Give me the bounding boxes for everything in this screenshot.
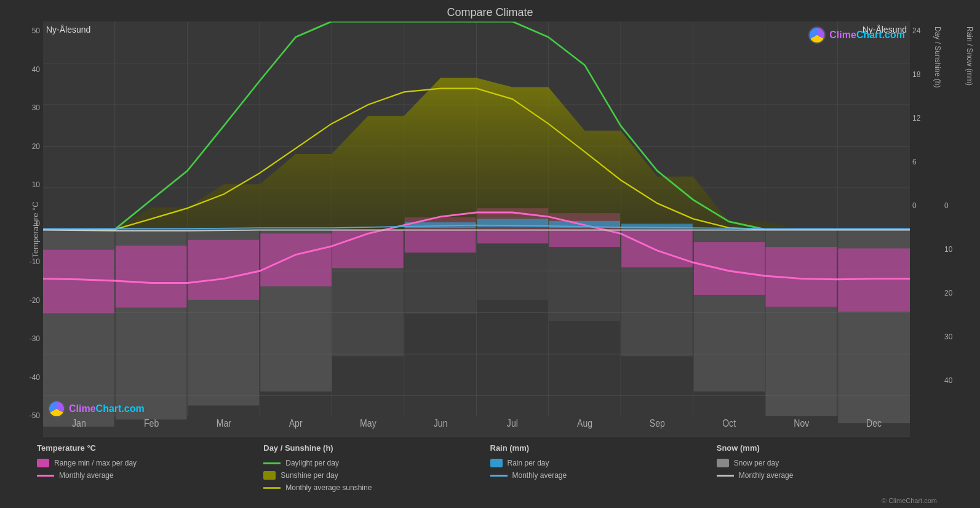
svg-rect-39: [332, 230, 404, 268]
rain-tick-10: 10: [942, 245, 965, 254]
svg-text:Sep: Sep: [650, 417, 665, 429]
right-axes-wrapper: 24 18 12 6 0 Day / Sunshine (h): [910, 22, 974, 437]
svg-rect-36: [116, 246, 187, 308]
legend-temperature: Temperature °C Range min / max per day M…: [37, 443, 263, 492]
rain-tick-40: 40: [942, 376, 965, 385]
legend-snow-title: Snow (mm): [717, 443, 943, 453]
svg-text:Dec: Dec: [866, 417, 882, 429]
copyright: © ClimeChart.com: [0, 497, 980, 508]
legend-sunshine-swatch: Sunshine per day: [263, 471, 490, 480]
legend-label-temp-avg: Monthly average: [59, 471, 114, 480]
legend-label-daylight: Daylight per day: [285, 459, 339, 467]
svg-rect-38: [260, 233, 332, 286]
rain-tick-0: 0: [942, 201, 965, 210]
legend-line-rain-avg: [490, 475, 508, 477]
legend-label-rain-avg: Monthly average: [512, 471, 567, 480]
legend-daylight: Daylight per day: [263, 459, 490, 467]
svg-rect-46: [838, 248, 910, 312]
legend-rain-title: Rain (mm): [490, 443, 717, 453]
legend-label-sunshine-avg: Monthly average sunshine: [285, 483, 372, 492]
svg-text:May: May: [360, 417, 376, 429]
legend-rain-avg: Monthly average: [490, 471, 717, 480]
logo-icon-bottom: [48, 400, 65, 417]
legend-label-temp-range: Range min / max per day: [54, 459, 137, 467]
y-tick-10: 10: [17, 180, 43, 189]
legend-swatch-temp-range: [37, 459, 49, 467]
chart-svg: Jan Feb Mar Apr May Jun Jul Aug Sep Oct …: [43, 22, 910, 437]
legend-snow: Snow (mm) Snow per day Monthly average: [717, 443, 943, 492]
legend-line-snow-avg: [717, 475, 734, 477]
y-tick-0: 0: [17, 219, 43, 228]
legend-temp-range: Range min / max per day: [37, 459, 263, 467]
svg-text:Feb: Feb: [144, 417, 159, 429]
legend-sunshine-title: Day / Sunshine (h): [263, 443, 490, 453]
legend-label-sunshine: Sunshine per day: [281, 471, 338, 480]
svg-text:Jul: Jul: [507, 417, 518, 429]
svg-text:Apr: Apr: [289, 417, 303, 429]
legend-temp-avg: Monthly average: [37, 471, 263, 480]
legend-sunshine-avg: Monthly average sunshine: [263, 483, 490, 492]
legend-swatch-snow: [717, 459, 729, 467]
y-tick-m40: -40: [17, 373, 43, 382]
y-tick-40: 40: [17, 65, 43, 74]
svg-text:Jun: Jun: [434, 417, 448, 429]
legend-label-snow-avg: Monthly average: [739, 471, 794, 480]
logo-top-right: ClimeChart.com: [808, 26, 905, 44]
legend-snow-avg: Monthly average: [717, 471, 943, 480]
svg-text:Aug: Aug: [577, 417, 592, 429]
main-container: Compare Climate Temperature °C 50 40 30 …: [0, 0, 980, 508]
legend-rain: Rain (mm) Rain per day Monthly average: [490, 443, 717, 492]
location-label-left: Ny-Ålesund: [46, 25, 90, 34]
logo-text-bottom: ClimeChart.com: [69, 403, 145, 414]
svg-rect-43: [621, 225, 693, 268]
legend-line-sunshine-avg: [263, 487, 281, 489]
chart-area: Ny-Ålesund Ny-Ålesund ClimeChart.com Cli…: [43, 22, 910, 437]
svg-rect-37: [188, 240, 260, 300]
legend-label-rain: Rain per day: [508, 459, 549, 467]
y-tick-50: 50: [17, 26, 43, 35]
legend-sunshine: Day / Sunshine (h) Daylight per day Suns…: [263, 443, 490, 492]
logo-icon-top: [808, 26, 826, 44]
svg-text:Oct: Oct: [722, 417, 736, 429]
y-tick-m30: -30: [17, 334, 43, 343]
logo-text-top: ClimeChart.com: [829, 30, 905, 41]
legend-label-snow: Snow per day: [734, 459, 779, 467]
y-tick-m50: -50: [17, 411, 43, 420]
svg-text:Nov: Nov: [794, 417, 809, 429]
y-tick-20: 20: [17, 142, 43, 151]
chart-wrapper: Temperature °C 50 40 30 20 10 0 -10 -20 …: [0, 22, 980, 437]
sun-tick-24: 24: [910, 26, 933, 35]
legend-swatch-sunshine: [263, 471, 276, 480]
sun-tick-6: 6: [910, 158, 933, 166]
sun-tick-12: 12: [910, 114, 933, 123]
legend-swatch-rain: [490, 459, 503, 467]
sun-tick-18: 18: [910, 70, 933, 79]
rain-tick-30: 30: [942, 333, 965, 341]
svg-text:Mar: Mar: [217, 417, 231, 429]
chart-title: Compare Climate: [0, 0, 980, 22]
legend-snow-swatch: Snow per day: [717, 459, 943, 467]
legend-rain-swatch: Rain per day: [490, 459, 717, 467]
svg-rect-44: [694, 242, 765, 295]
svg-text:Jan: Jan: [72, 417, 86, 429]
svg-rect-35: [43, 250, 114, 313]
y-tick-m10: -10: [17, 257, 43, 266]
logo-bottom-left: ClimeChart.com: [48, 400, 145, 417]
sun-tick-0: 0: [910, 201, 933, 210]
sunshine-label: Day / Sunshine (h): [933, 22, 942, 437]
legend-temp-title: Temperature °C: [37, 443, 263, 453]
y-tick-m20: -20: [17, 296, 43, 305]
legend-area: Temperature °C Range min / max per day M…: [0, 437, 980, 497]
y-tick-30: 30: [17, 103, 43, 112]
legend-line-temp-avg: [37, 475, 54, 477]
rain-snow-label: Rain / Snow (mm): [965, 22, 974, 437]
legend-line-daylight: [263, 462, 281, 464]
rain-tick-20: 20: [942, 289, 965, 297]
